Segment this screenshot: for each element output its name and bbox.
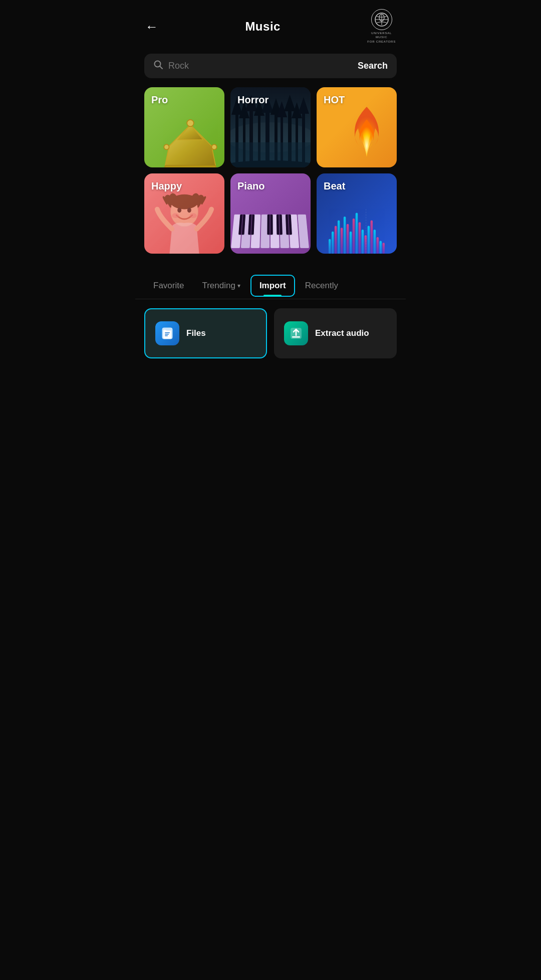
svg-point-8: [187, 120, 194, 127]
extract-audio-card[interactable]: Extract audio: [274, 308, 397, 358]
hot-illustration: [344, 104, 389, 165]
tab-import[interactable]: Import: [250, 275, 295, 297]
genre-grid: Pro: [135, 87, 406, 264]
svg-rect-75: [368, 226, 370, 254]
universal-music-logo: UNIVERSALMUSICFOR CREATORS: [367, 9, 396, 44]
genre-card-piano[interactable]: Piano: [230, 173, 311, 254]
tab-trending[interactable]: Trending ▾: [193, 275, 249, 297]
svg-rect-63: [332, 231, 334, 254]
svg-rect-66: [341, 228, 343, 254]
genre-label-pro: Pro: [151, 94, 168, 106]
search-button[interactable]: Search: [353, 61, 388, 71]
beat-illustration: [317, 198, 397, 254]
svg-rect-76: [371, 220, 373, 254]
extract-audio-label: Extract audio: [315, 328, 369, 338]
genre-card-horror[interactable]: Horror: [230, 87, 311, 167]
genre-card-hot[interactable]: HOT: [317, 87, 397, 167]
svg-rect-80: [383, 243, 385, 254]
svg-rect-92: [292, 336, 300, 338]
happy-illustration: [152, 189, 216, 254]
svg-rect-70: [353, 218, 355, 254]
svg-rect-90: [165, 335, 168, 336]
svg-point-10: [212, 144, 217, 149]
logo-circle: [371, 9, 392, 30]
svg-rect-88: [165, 332, 170, 333]
svg-point-37: [170, 194, 198, 210]
extract-audio-icon: [284, 321, 308, 345]
svg-rect-67: [344, 217, 346, 254]
svg-marker-7: [178, 125, 203, 140]
tabs-container: Favorite Trending ▾ Import Recently: [135, 268, 406, 299]
trending-dropdown[interactable]: Trending ▾: [202, 281, 240, 291]
header: ← Music UNIVERSALMUSICFOR CREATORS: [135, 0, 406, 49]
page-title: Music: [245, 20, 281, 34]
svg-point-39: [187, 208, 191, 213]
svg-rect-35: [230, 142, 311, 167]
logo-text: UNIVERSALMUSICFOR CREATORS: [367, 31, 396, 44]
genre-row-1: Pro: [144, 87, 397, 167]
genre-card-beat[interactable]: Beat: [317, 173, 397, 254]
svg-rect-64: [335, 226, 337, 254]
svg-point-41: [190, 213, 197, 218]
svg-rect-65: [338, 220, 340, 254]
svg-rect-69: [350, 231, 352, 254]
chevron-down-icon: ▾: [237, 282, 240, 289]
search-input[interactable]: [168, 61, 353, 71]
piano-illustration: [230, 202, 311, 254]
tab-favorite[interactable]: Favorite: [144, 275, 193, 297]
genre-card-happy[interactable]: Happy: [144, 173, 224, 254]
svg-rect-78: [377, 237, 379, 254]
search-bar: Search: [144, 54, 397, 78]
files-card[interactable]: Files: [144, 308, 267, 358]
import-section: Files Extract audio: [135, 299, 406, 367]
svg-rect-62: [329, 239, 331, 254]
svg-point-38: [177, 208, 181, 213]
genre-row-2: Happy: [144, 173, 397, 254]
back-button[interactable]: ←: [145, 20, 158, 33]
genre-label-horror: Horror: [237, 94, 268, 106]
svg-rect-77: [374, 230, 376, 254]
svg-rect-11: [165, 165, 216, 167]
svg-point-40: [172, 213, 179, 218]
svg-rect-72: [359, 222, 361, 254]
genre-label-happy: Happy: [151, 180, 182, 192]
genre-label-hot: HOT: [324, 94, 345, 106]
files-label: Files: [186, 328, 206, 338]
svg-line-5: [160, 66, 162, 69]
svg-rect-74: [365, 235, 367, 254]
search-icon: [153, 60, 163, 72]
tab-recently[interactable]: Recently: [296, 275, 347, 297]
genre-label-beat: Beat: [324, 180, 345, 192]
svg-point-9: [164, 144, 169, 149]
files-icon: [155, 321, 179, 345]
genre-card-pro[interactable]: Pro: [144, 87, 224, 167]
svg-rect-79: [380, 241, 382, 254]
svg-rect-73: [362, 230, 364, 254]
genre-label-piano: Piano: [237, 180, 264, 192]
svg-rect-68: [347, 224, 349, 254]
svg-rect-71: [356, 213, 358, 254]
svg-rect-89: [165, 334, 169, 335]
